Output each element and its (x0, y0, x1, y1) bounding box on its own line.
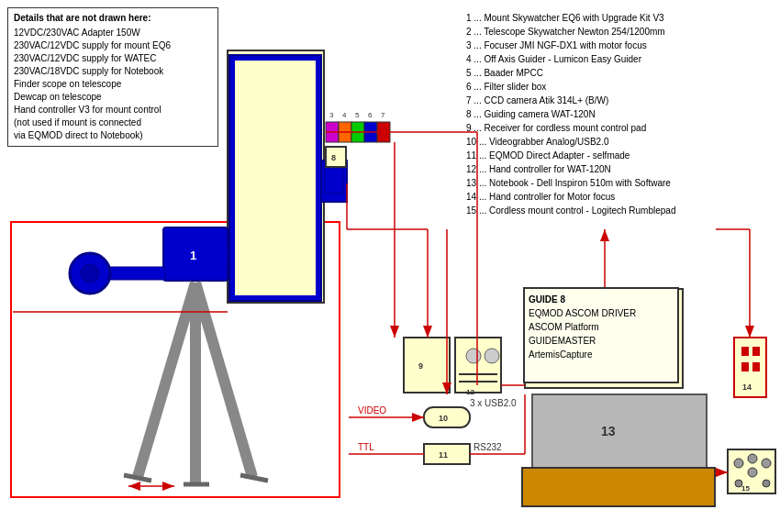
svg-text:7: 7 (381, 111, 385, 119)
details-box: Details that are not drawn here: 12VDC/2… (7, 7, 218, 147)
svg-rect-2 (163, 227, 228, 281)
svg-point-57 (763, 480, 770, 487)
svg-rect-17 (326, 122, 339, 142)
svg-text:9: 9 (418, 361, 423, 371)
svg-point-54 (762, 459, 771, 468)
svg-text:3 x USB2.0: 3 x USB2.0 (470, 398, 517, 408)
svg-text:10: 10 (439, 414, 448, 423)
svg-rect-48 (741, 362, 749, 371)
svg-point-33 (485, 349, 499, 363)
svg-rect-45 (734, 338, 766, 397)
svg-rect-13 (229, 55, 321, 301)
svg-rect-3 (101, 267, 165, 280)
svg-text:5: 5 (355, 111, 360, 119)
mount-number: 1 (190, 249, 196, 262)
legend-box: 1 ... Mount Skywatcher EQ6 with Upgrade … (461, 7, 773, 221)
svg-rect-19 (351, 122, 364, 142)
svg-point-56 (735, 480, 742, 487)
svg-rect-14 (235, 61, 316, 295)
svg-text:13: 13 (601, 424, 616, 438)
svg-point-53 (748, 454, 757, 463)
svg-point-32 (466, 349, 481, 363)
svg-point-5 (81, 264, 99, 283)
svg-text:4: 4 (342, 111, 347, 119)
svg-text:11: 11 (439, 450, 448, 460)
software-box: GUIDE 8 EQMOD ASCOM DRIVER ASCOM Platfor… (523, 287, 679, 383)
svg-rect-39 (424, 444, 470, 464)
svg-marker-83 (600, 229, 609, 241)
svg-rect-27 (326, 147, 346, 167)
svg-marker-64 (423, 326, 432, 338)
svg-point-4 (70, 253, 110, 294)
svg-text:RS232: RS232 (474, 442, 502, 452)
svg-rect-18 (339, 122, 351, 142)
receiver-label: Receiver for cordless mount control pad (484, 123, 646, 133)
svg-text:VIDEO: VIDEO (358, 405, 386, 416)
svg-line-8 (195, 283, 252, 477)
svg-rect-15 (321, 161, 347, 202)
svg-text:TTL: TTL (358, 442, 374, 452)
svg-marker-69 (745, 326, 754, 338)
tube-number: 2 (266, 105, 275, 123)
svg-text:12: 12 (466, 388, 474, 396)
svg-text:15: 15 (741, 484, 750, 493)
svg-rect-16 (325, 168, 343, 194)
svg-text:3: 3 (329, 111, 334, 119)
svg-marker-60 (390, 326, 399, 338)
svg-rect-20 (364, 122, 377, 142)
svg-rect-51 (728, 449, 775, 493)
svg-point-55 (748, 468, 757, 477)
svg-rect-31 (455, 338, 501, 393)
svg-line-11 (240, 475, 268, 481)
svg-line-9 (124, 475, 151, 481)
svg-rect-37 (424, 407, 470, 427)
svg-rect-21 (377, 122, 390, 142)
svg-rect-1 (228, 50, 324, 303)
svg-line-6 (138, 283, 195, 477)
svg-rect-29 (404, 338, 450, 393)
svg-text:6: 6 (368, 111, 373, 119)
svg-rect-0 (11, 222, 340, 497)
svg-rect-47 (752, 347, 760, 356)
svg-text:8: 8 (331, 153, 336, 162)
svg-rect-43 (522, 468, 715, 506)
svg-marker-81 (716, 468, 728, 477)
svg-rect-46 (741, 347, 749, 356)
svg-rect-12 (228, 243, 260, 263)
main-diagram: Details that are not drawn here: 12VDC/2… (0, 0, 780, 532)
details-items: 12VDC/230VAC Adapter 150W 230VAC/12VDC s… (14, 27, 212, 142)
svg-marker-78 (162, 482, 174, 491)
svg-marker-66 (442, 382, 451, 394)
details-title: Details that are not drawn here: (14, 12, 212, 25)
svg-marker-71 (412, 413, 424, 422)
svg-point-52 (734, 459, 743, 468)
svg-marker-79 (128, 482, 140, 491)
svg-text:14: 14 (742, 382, 752, 392)
svg-rect-42 (532, 394, 707, 468)
svg-rect-49 (752, 362, 760, 371)
